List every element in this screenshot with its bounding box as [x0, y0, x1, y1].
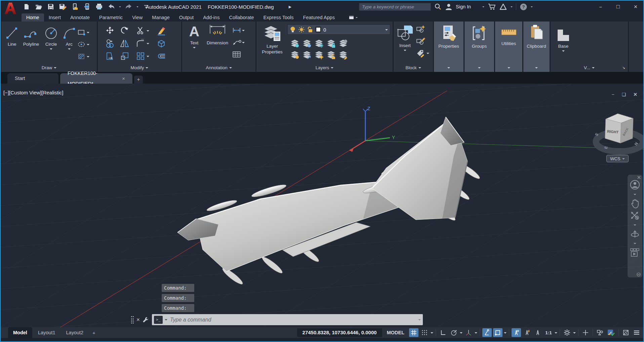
erase-icon[interactable]: [156, 26, 166, 35]
hatch-dropdown-icon[interactable]: [87, 56, 89, 59]
layer-unisolate-icon[interactable]: [302, 50, 312, 59]
clipboard-panel-label[interactable]: [523, 63, 550, 72]
fillet-icon[interactable]: [136, 39, 145, 48]
command-wrench-icon[interactable]: [143, 316, 149, 323]
clean-screen-icon[interactable]: [621, 328, 631, 337]
search-input[interactable]: [359, 3, 431, 11]
help-icon[interactable]: ?: [520, 3, 527, 11]
layer-thaw-icon[interactable]: [314, 50, 324, 59]
navigation-wheel-icon[interactable]: [630, 179, 640, 190]
polar-dropdown-icon[interactable]: [460, 332, 462, 335]
mirror-icon[interactable]: [120, 39, 129, 48]
tab-view[interactable]: View: [127, 13, 147, 22]
layer-unlock2-icon[interactable]: [326, 50, 336, 59]
view-panel-label[interactable]: V... ↘: [551, 63, 628, 72]
navigation-bar[interactable]: [628, 175, 642, 277]
ellipse-dropdown-icon[interactable]: [87, 44, 89, 47]
groups-panel-label[interactable]: [465, 63, 494, 72]
command-bar-grip[interactable]: [131, 316, 134, 324]
tab-annotate[interactable]: Annotate: [66, 13, 94, 22]
panel-properties[interactable]: Properties: [434, 22, 464, 72]
close-tab-icon[interactable]: ×: [122, 73, 125, 84]
autocad-logo-icon[interactable]: [3, 1, 17, 15]
osnap-dropdown-icon[interactable]: [504, 332, 507, 335]
arc-button[interactable]: Arc: [61, 23, 78, 65]
doc-close-icon[interactable]: ✕: [633, 92, 637, 97]
tab-output[interactable]: Output: [174, 13, 199, 22]
workspace-dropdown-icon[interactable]: [573, 332, 576, 335]
save-to-web-mobile-icon[interactable]: [83, 3, 91, 11]
rotate-icon[interactable]: [120, 26, 129, 35]
new-file-icon[interactable]: [22, 3, 31, 11]
command-dropdown-icon[interactable]: [165, 319, 167, 322]
define-attributes-icon[interactable]: [416, 49, 426, 57]
coordinates-readout[interactable]: 27450.8328, 10730.6446, 0.0000: [297, 328, 382, 337]
fillet-dropdown-icon[interactable]: [147, 43, 149, 46]
explode-icon[interactable]: [157, 39, 166, 48]
add-tab-icon[interactable]: +: [134, 76, 143, 84]
pan-hand-icon[interactable]: [630, 199, 640, 209]
snap-dropdown-icon[interactable]: [431, 332, 433, 335]
trim-icon[interactable]: [136, 26, 145, 35]
redo-dropdown-icon[interactable]: [136, 6, 138, 8]
dimension-dropdown-icon[interactable]: [242, 30, 245, 33]
scale-icon[interactable]: [120, 51, 129, 61]
rectangle-icon[interactable]: [77, 29, 86, 36]
layer-combo-dropdown-icon[interactable]: [385, 29, 388, 32]
layout-tab-model[interactable]: Model: [8, 327, 32, 338]
model-space-button[interactable]: MODEL: [384, 330, 408, 335]
help-dropdown-icon[interactable]: [531, 6, 533, 8]
layer-make-current-icon[interactable]: [338, 39, 348, 48]
orbit-dropdown-icon[interactable]: [634, 243, 636, 246]
base-dropdown-icon[interactable]: [562, 50, 565, 53]
zoom-dropdown-icon[interactable]: [634, 224, 636, 227]
save-icon[interactable]: [46, 3, 55, 11]
insert-dropdown-icon[interactable]: [404, 50, 406, 52]
isodraft-dropdown-icon[interactable]: [475, 332, 477, 335]
base-button[interactable]: Base: [553, 26, 573, 59]
tab-featured-apps[interactable]: Featured Apps: [298, 13, 339, 22]
add-layout-icon[interactable]: +: [89, 330, 99, 336]
scale-dropdown-icon[interactable]: [555, 332, 557, 335]
isometric-drafting-icon[interactable]: [464, 328, 473, 337]
drawing-canvas[interactable]: Z Y S E N RIGHT BACK: [1, 84, 643, 327]
command-prompt-icon[interactable]: >_: [154, 316, 163, 324]
maximize-icon[interactable]: □: [614, 3, 622, 10]
viewport-controls-label[interactable]: [−][Custom View][Realistic]: [3, 90, 64, 95]
doc-restore-icon[interactable]: ❏: [622, 92, 626, 97]
layout-tab-layout2[interactable]: Layout2: [61, 327, 89, 338]
edit-block-icon[interactable]: [416, 37, 426, 45]
create-block-icon[interactable]: [416, 25, 426, 33]
command-close-icon[interactable]: ×: [136, 316, 140, 323]
wcs-menu[interactable]: WCS: [606, 155, 629, 162]
open-from-web-mobile-icon[interactable]: [71, 3, 79, 11]
command-scroll-icon[interactable]: [418, 319, 421, 322]
file-tab-start[interactable]: Start: [7, 73, 58, 84]
layer-on-icon[interactable]: [290, 50, 299, 59]
layers-panel-label[interactable]: Layers: [256, 63, 393, 72]
cart-icon[interactable]: [488, 3, 496, 10]
array-icon[interactable]: [136, 51, 145, 61]
insert-button[interactable]: Insert: [395, 22, 415, 63]
undo-icon[interactable]: [107, 3, 116, 11]
ellipse-icon[interactable]: [77, 41, 86, 48]
viewcube[interactable]: S E N RIGHT BACK: [594, 114, 643, 152]
layer-match-icon[interactable]: [338, 50, 348, 59]
arc-dropdown-icon[interactable]: [68, 48, 71, 51]
object-snap-tracking-icon[interactable]: [482, 328, 492, 337]
layer-off-icon[interactable]: [290, 39, 299, 48]
polyline-button[interactable]: Polyline: [21, 23, 42, 65]
polar-tracking-icon[interactable]: [449, 328, 458, 337]
annotation-visibility-icon[interactable]: [512, 328, 521, 337]
layer-isolate-icon[interactable]: [302, 39, 312, 48]
annotation-panel-label[interactable]: Annotation: [182, 63, 255, 72]
text-button[interactable]: A Text: [186, 24, 203, 65]
tab-parametric[interactable]: Parametric: [94, 13, 127, 22]
panel-utilities[interactable]: Utilities: [495, 22, 522, 72]
customization-icon[interactable]: [632, 328, 641, 337]
panel-launcher-icon[interactable]: ↘: [622, 66, 625, 70]
doc-minimize-icon[interactable]: −: [612, 92, 614, 97]
panel-clipboard[interactable]: Clipboard: [523, 22, 550, 72]
file-tab-document[interactable]: FOKKER100-MODIFIED* ×: [60, 73, 132, 84]
ribbon-display-toggle-icon[interactable]: [349, 13, 358, 22]
